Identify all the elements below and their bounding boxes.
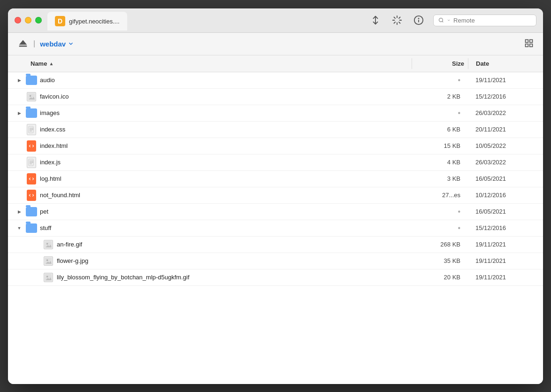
file-size-cell: • [412,224,468,232]
no-expand [32,274,40,281]
column-size[interactable]: Size [412,58,468,69]
file-size: 268 KB [440,241,460,248]
file-date: 19/11/2021 [468,274,543,281]
folder-icon [26,207,37,216]
traffic-lights [15,17,42,23]
list-item[interactable]: an-fire.gif 268 KB 19/11/2021 [8,237,543,253]
file-date: 16/05/2021 [468,175,543,182]
file-icon [26,140,37,152]
titlebar: D gifypet.neocities.... [8,8,543,33]
folder-icon [26,223,37,233]
expand-button[interactable] [15,109,23,117]
toolbar-actions [368,13,536,27]
tab-title: gifypet.neocities.... [69,18,120,25]
file-date: 15/12/2016 [468,224,543,231]
file-label: favicon.ico [40,93,69,100]
list-item[interactable]: audio • 19/11/2021 [8,72,543,89]
breadcrumb-separator: | [33,39,35,48]
file-size-cell: 6 KB [412,126,468,133]
list-item[interactable]: not_found.html 27...es 10/12/2016 [8,187,543,204]
expand-button[interactable] [15,77,23,84]
file-icon [26,173,37,184]
file-label: an-fire.gif [57,241,82,248]
list-item[interactable]: stuff • 15/12/2016 [8,220,543,237]
list-item[interactable]: index.html 15 KB 10/05/2022 [8,138,543,154]
grid-toggle-button[interactable] [524,38,534,49]
file-name-cell: not_found.html [8,190,412,201]
expand-button[interactable] [15,208,23,215]
file-label: lily_blossom_flying_by_botchan_mlp-d5ugk… [57,274,190,281]
html-file-icon [27,173,36,184]
list-item[interactable]: favicon.ico 2 KB 15/12/2016 [8,89,543,105]
transfer-button[interactable] [368,13,383,27]
file-date: 26/03/2022 [468,159,543,166]
tab-icon: D [55,16,65,26]
no-expand [15,142,23,150]
file-label: index.html [40,142,68,149]
file-date: 15/12/2016 [468,93,543,100]
svg-rect-8 [526,39,528,42]
no-expand [32,257,40,265]
file-date: 19/11/2021 [468,257,543,264]
tab[interactable]: D gifypet.neocities.... [47,12,127,31]
file-size-dot: • [458,208,460,215]
grid-icon [524,38,534,48]
file-icon [26,190,37,201]
file-label: log.html [40,175,61,182]
collapse-button[interactable] [15,224,23,232]
app-window: D gifypet.neocities.... [8,8,543,384]
file-rows-container: audio • 19/11/2021 favicon.ico 2 KB 15/1… [8,72,543,286]
file-size-cell: • [412,109,468,117]
search-dropdown-icon [447,18,451,23]
close-button[interactable] [15,17,21,23]
file-size-cell: 268 KB [412,241,468,248]
eject-button[interactable] [17,38,29,50]
column-date[interactable]: Date [468,58,543,69]
file-size-cell: • [412,208,468,216]
svg-rect-7 [19,46,27,47]
file-size: 2 KB [447,93,460,100]
breadcrumb-folder[interactable]: webdav [40,40,74,48]
file-icon [43,239,54,250]
activity-button[interactable] [390,13,404,27]
no-expand [15,93,23,100]
file-label: index.js [40,159,61,166]
file-icon [43,255,54,267]
file-date: 10/12/2016 [468,192,543,199]
list-item[interactable]: images • 26/03/2022 [8,105,543,122]
file-date: 19/11/2021 [468,77,543,84]
html-file-icon [27,140,36,152]
list-item[interactable]: index.js 4 KB 26/03/2022 [8,154,543,171]
list-item[interactable]: lily_blossom_flying_by_botchan_mlp-d5ugk… [8,269,543,286]
file-label: not_found.html [40,192,80,199]
file-name-cell: index.html [8,140,412,152]
column-name[interactable]: Name ▲ [8,58,412,69]
file-date: 26/03/2022 [468,109,543,116]
generic-file-icon [27,124,36,135]
column-header: Name ▲ Size Date [8,55,543,72]
svg-point-13 [30,95,31,97]
info-button[interactable] [412,13,426,27]
file-size: 6 KB [447,126,460,133]
list-item[interactable]: log.html 3 KB 16/05/2021 [8,171,543,187]
list-item[interactable]: flower-g.jpg 35 KB 19/11/2021 [8,253,543,269]
minimize-button[interactable] [25,17,31,23]
file-size: 35 KB [444,257,460,264]
maximize-button[interactable] [35,17,42,23]
file-icon [26,91,37,102]
svg-point-24 [29,177,33,181]
list-item[interactable]: pet • 16/05/2021 [8,204,543,220]
search-bar[interactable] [433,15,536,26]
file-label: audio [40,77,55,84]
eject-icon [18,38,28,48]
svg-point-33 [46,276,48,277]
file-name-cell: lily_blossom_flying_by_botchan_mlp-d5ugk… [8,272,412,283]
search-input[interactable] [453,17,531,24]
list-item[interactable]: index.css 6 KB 20/11/2021 [8,122,543,138]
image-file-icon [44,240,53,249]
file-name-cell: an-fire.gif [8,239,412,250]
chevron-down-icon [68,40,74,47]
file-name-cell: index.css [8,124,412,135]
svg-point-27 [46,243,48,245]
file-label: images [40,109,60,116]
